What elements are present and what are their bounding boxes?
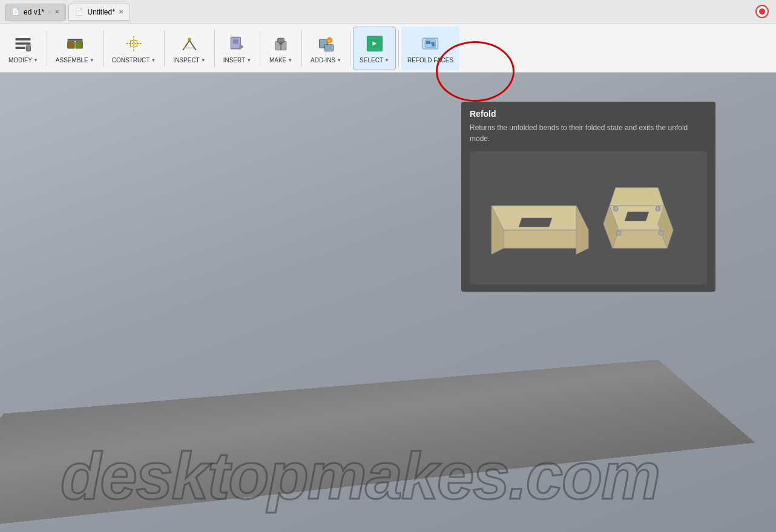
construct-label: CONSTRUCT ▼ xyxy=(112,57,156,64)
inspect-icon xyxy=(179,33,200,54)
insert-dropdown-arrow: ▼ xyxy=(246,57,251,63)
svg-rect-0 xyxy=(16,38,31,41)
svg-marker-36 xyxy=(576,206,588,254)
svg-marker-42 xyxy=(610,188,664,206)
toolbar-item-refold-faces[interactable]: REFOLD FACES xyxy=(401,27,459,70)
tooltip-body: Returns the unfolded bends to their fold… xyxy=(470,122,707,144)
select-icon xyxy=(364,33,386,54)
sep-2 xyxy=(103,30,104,67)
add-ins-icon: + xyxy=(315,33,337,54)
tooltip-image xyxy=(470,151,707,284)
tooltip-title: Refold xyxy=(470,109,707,119)
tab-close-1[interactable]: ✕ xyxy=(54,8,59,15)
svg-rect-18 xyxy=(278,38,284,42)
tab-ed-v1[interactable]: 📄 ed v1* ○ ✕ xyxy=(5,4,66,21)
modify-dropdown-arrow: ▼ xyxy=(33,57,38,63)
svg-rect-9 xyxy=(131,41,137,47)
svg-rect-1 xyxy=(16,42,31,45)
refold-faces-label: REFOLD FACES xyxy=(407,57,453,64)
modify-label: MODIFY ▼ xyxy=(8,57,38,64)
refold-faces-icon xyxy=(419,33,441,54)
make-dropdown-arrow: ▼ xyxy=(288,57,292,63)
sep-8 xyxy=(398,30,399,67)
toolbar: MODIFY ▼ ASSEMBLE ▼ CONSTR xyxy=(0,24,776,73)
modify-icon xyxy=(12,33,34,54)
svg-rect-22 xyxy=(324,45,333,51)
add-ins-label: ADD-INS ▼ xyxy=(311,57,341,64)
select-label: SELECT ▼ xyxy=(360,57,389,64)
sep-6 xyxy=(301,30,302,67)
svg-rect-2 xyxy=(16,47,25,49)
sep-5 xyxy=(260,30,260,67)
svg-marker-16 xyxy=(239,44,243,50)
svg-rect-3 xyxy=(27,46,31,51)
toolbar-item-make[interactable]: MAKE ▼ xyxy=(263,27,299,70)
3d-panel xyxy=(0,360,755,532)
svg-text:+: + xyxy=(327,39,330,44)
svg-marker-37 xyxy=(519,218,552,227)
tab-close-2[interactable]: ✕ xyxy=(119,8,123,15)
make-icon xyxy=(270,33,292,54)
add-ins-dropdown-arrow: ▼ xyxy=(337,57,341,63)
svg-point-45 xyxy=(656,206,660,211)
sep-3 xyxy=(164,30,165,67)
sep-7 xyxy=(350,30,350,67)
toolbar-item-assemble[interactable]: ASSEMBLE ▼ xyxy=(50,27,100,70)
inspect-label: INSPECT ▼ xyxy=(173,57,205,64)
svg-point-44 xyxy=(613,206,618,211)
svg-rect-4 xyxy=(67,41,74,48)
toolbar-item-insert[interactable]: INSERT ▼ xyxy=(217,27,257,70)
svg-marker-33 xyxy=(498,230,588,248)
svg-rect-15 xyxy=(233,39,238,44)
assemble-icon xyxy=(64,33,86,54)
assemble-label: ASSEMBLE ▼ xyxy=(56,57,94,64)
toolbar-item-add-ins[interactable]: + ADD-INS ▼ xyxy=(304,27,347,70)
toolbar-item-select[interactable]: SELECT ▼ xyxy=(353,27,396,70)
svg-rect-5 xyxy=(76,41,83,48)
record-button[interactable] xyxy=(755,5,769,18)
svg-line-10 xyxy=(183,41,189,50)
insert-icon xyxy=(226,33,248,54)
sep-4 xyxy=(214,30,215,67)
toolbar-item-construct[interactable]: CONSTRUCT ▼ xyxy=(106,27,162,70)
construct-dropdown-arrow: ▼ xyxy=(151,57,156,63)
construct-icon xyxy=(123,33,145,54)
svg-point-19 xyxy=(279,42,282,45)
insert-label: INSERT ▼ xyxy=(223,57,251,64)
browser-chrome: 📄 ed v1* ○ ✕ 📄 Untitled* ✕ xyxy=(0,0,776,24)
svg-point-46 xyxy=(659,231,663,235)
select-dropdown-arrow: ▼ xyxy=(384,57,389,63)
svg-point-13 xyxy=(188,38,191,41)
svg-line-11 xyxy=(189,41,196,50)
assemble-dropdown-arrow: ▼ xyxy=(90,57,94,63)
tab-untitled[interactable]: 📄 Untitled* ✕ xyxy=(68,4,130,21)
record-dot-icon xyxy=(759,8,765,15)
toolbar-item-inspect[interactable]: INSPECT ▼ xyxy=(167,27,211,70)
toolbar-item-modify[interactable]: MODIFY ▼ xyxy=(2,27,44,70)
svg-marker-43 xyxy=(625,212,649,221)
svg-rect-6 xyxy=(67,39,82,41)
make-label: MAKE ▼ xyxy=(269,57,292,64)
tooltip-popup: Refold Returns the unfolded bends to the… xyxy=(461,102,715,292)
inspect-dropdown-arrow: ▼ xyxy=(201,57,206,63)
sep-1 xyxy=(47,30,47,67)
svg-point-47 xyxy=(616,231,621,235)
